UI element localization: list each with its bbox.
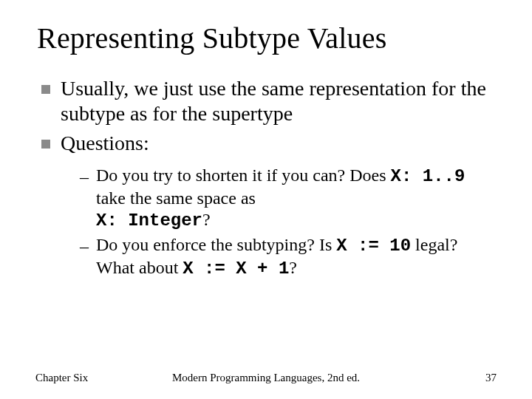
page-number: 37	[485, 372, 497, 384]
bullet-list-level2: – Do you try to shorten it if you can? D…	[37, 165, 495, 279]
text-fragment: ?	[202, 210, 211, 229]
footer-left: Chapter Six	[35, 372, 88, 384]
text-fragment: Do you try to shorten it if you can? Doe…	[96, 166, 391, 185]
list-item: – Do you try to shorten it if you can? D…	[80, 165, 495, 231]
bullet-list-level1: Usually, we just use the same representa…	[37, 76, 495, 156]
dash-bullet-icon: –	[80, 166, 89, 188]
text-fragment: ?	[289, 258, 297, 277]
bullet-text: Usually, we just use the same representa…	[61, 76, 495, 126]
bullet-text: Do you enforce the subtyping? Is X := 10…	[96, 234, 495, 279]
square-bullet-icon	[41, 85, 50, 94]
slide: Representing Subtype Values Usually, we …	[0, 0, 532, 279]
dash-bullet-icon: –	[80, 236, 89, 257]
bullet-text: Questions:	[61, 131, 149, 156]
list-item: – Do you enforce the subtyping? Is X := …	[80, 234, 495, 279]
code-fragment: X := X + 1	[183, 259, 289, 279]
list-item: Usually, we just use the same representa…	[41, 76, 495, 126]
code-fragment: X: 1..9	[391, 166, 466, 186]
footer-center: Modern Programming Languages, 2nd ed.	[172, 372, 360, 384]
bullet-text: Do you try to shorten it if you can? Doe…	[96, 165, 495, 231]
text-fragment: Do you enforce the subtyping? Is	[96, 235, 336, 254]
slide-title: Representing Subtype Values	[37, 21, 495, 55]
text-fragment: take the same space as	[96, 188, 256, 208]
code-fragment: X := 10	[336, 236, 411, 256]
list-item: Questions:	[41, 131, 495, 156]
square-bullet-icon	[41, 140, 50, 149]
slide-footer: Chapter Six Modern Programming Languages…	[0, 372, 532, 384]
code-fragment: X: Integer	[96, 211, 202, 231]
